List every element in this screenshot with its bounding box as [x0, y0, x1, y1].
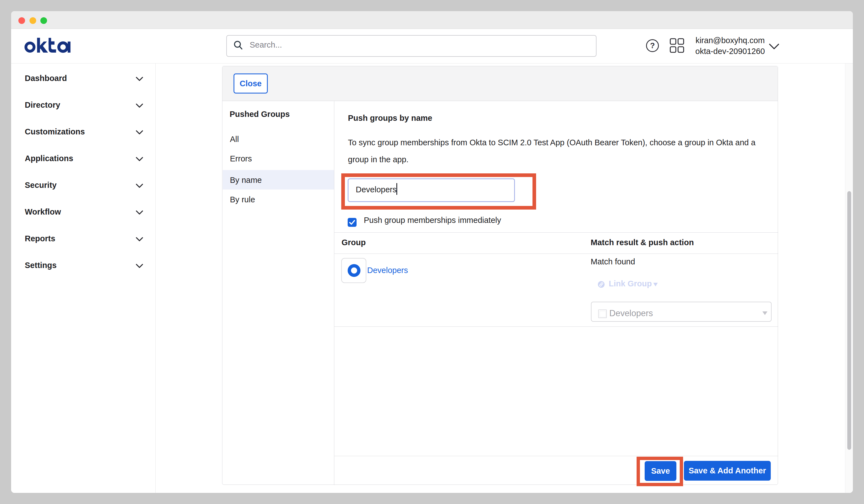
- svg-text:?: ?: [650, 41, 655, 50]
